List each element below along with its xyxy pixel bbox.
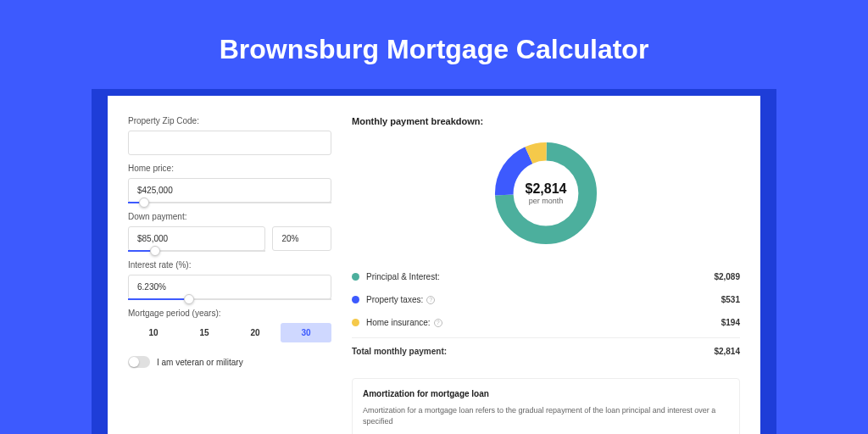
veteran-row: I am veteran or military [128, 356, 331, 368]
period-btn-30[interactable]: 30 [281, 323, 331, 342]
donut-sub: per month [526, 197, 567, 205]
donut-amount: $2,814 [526, 181, 567, 197]
legend-dot-insurance [352, 319, 359, 326]
legend-dot-principal [352, 273, 359, 281]
rate-slider-thumb[interactable] [184, 294, 194, 304]
amortization-title: Amortization for mortgage loan [363, 389, 729, 398]
down-slider-thumb[interactable] [150, 246, 160, 256]
rate-slider[interactable] [128, 298, 331, 300]
donut-chart-wrap: $2,814 per month [352, 138, 740, 252]
period-btn-20[interactable]: 20 [230, 323, 281, 342]
legend-dot-taxes [352, 296, 359, 303]
legend-label-taxes: Property taxes: ? [366, 295, 721, 304]
legend-value-total: $2,814 [714, 347, 740, 356]
price-input[interactable] [128, 178, 331, 203]
period-label: Mortgage period (years): [128, 309, 331, 318]
legend-row-insurance: Home insurance: ? $194 [352, 311, 740, 334]
period-btn-10[interactable]: 10 [128, 323, 179, 342]
price-label: Home price: [128, 164, 331, 173]
legend-value-taxes: $531 [721, 295, 740, 304]
rate-label: Interest rate (%): [128, 260, 331, 270]
donut-chart: $2,814 per month [491, 138, 601, 248]
info-icon[interactable]: ? [434, 319, 442, 327]
price-slider[interactable] [128, 202, 331, 203]
down-pct-input[interactable] [272, 226, 331, 251]
veteran-label: I am veteran or military [157, 358, 243, 367]
legend-value-principal: $2,089 [714, 272, 740, 281]
form-column: Property Zip Code: Home price: Down paym… [128, 116, 331, 434]
breakdown-column: Monthly payment breakdown: $2,814 per mo… [352, 116, 740, 434]
zip-input[interactable] [128, 131, 331, 155]
rate-input[interactable] [128, 275, 331, 299]
down-label: Down payment: [128, 212, 331, 221]
legend-row-total: Total monthly payment: $2,814 [352, 337, 740, 363]
legend-label-insurance: Home insurance: ? [366, 318, 721, 327]
page-root: Brownsburg Mortgage Calculator Property … [0, 0, 868, 434]
price-slider-thumb[interactable] [139, 198, 149, 208]
donut-center: $2,814 per month [526, 181, 567, 205]
zip-label: Property Zip Code: [128, 116, 331, 125]
legend-label-total: Total monthly payment: [352, 347, 714, 356]
down-slider[interactable] [128, 250, 265, 252]
card-strip: Property Zip Code: Home price: Down paym… [92, 89, 776, 434]
legend-label-principal: Principal & Interest: [366, 272, 714, 281]
legend-row-principal: Principal & Interest: $2,089 [352, 265, 740, 288]
rate-slider-fill [128, 298, 189, 300]
period-row: 10 15 20 30 [128, 323, 331, 342]
amortization-text: Amortization for a mortgage loan refers … [363, 405, 729, 426]
legend-row-taxes: Property taxes: ? $531 [352, 288, 740, 311]
legend-value-insurance: $194 [721, 318, 740, 327]
period-btn-15[interactable]: 15 [179, 323, 230, 342]
veteran-toggle-knob [129, 357, 139, 367]
veteran-toggle[interactable] [128, 356, 150, 368]
info-icon[interactable]: ? [426, 296, 435, 304]
down-input[interactable] [128, 226, 265, 251]
breakdown-heading: Monthly payment breakdown: [352, 116, 740, 126]
page-title: Brownsburg Mortgage Calculator [0, 34, 868, 65]
amortization-box: Amortization for mortgage loan Amortizat… [352, 378, 740, 434]
calculator-card: Property Zip Code: Home price: Down paym… [108, 96, 760, 434]
